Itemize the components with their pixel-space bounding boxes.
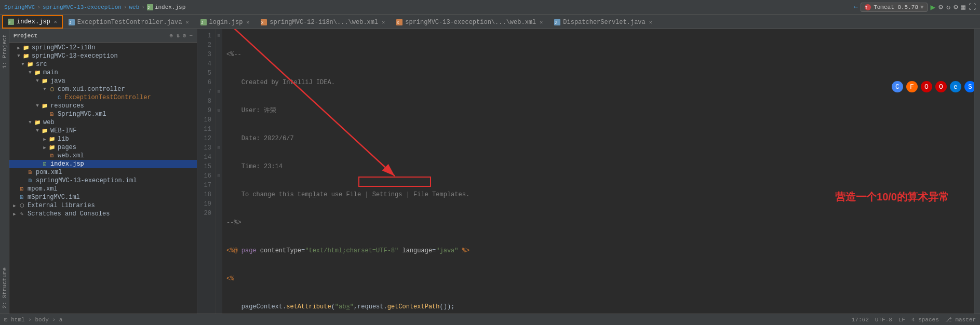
- tree-item-ext-lib[interactable]: ▶ ⬡ External Libraries: [9, 201, 197, 210]
- opera-icon[interactable]: O: [921, 81, 932, 92]
- more-icon[interactable]: ⚙: [954, 3, 958, 11]
- tab-dispatcher-icon: J: [554, 19, 560, 25]
- breadcrumb-project[interactable]: springMVC-13-exeception: [43, 4, 122, 10]
- path-label: ⊡ html › body › a: [4, 316, 62, 323]
- run-button[interactable]: ▶: [931, 2, 936, 12]
- iml-file-icon: 🗎: [26, 177, 34, 184]
- tab-bar: J index.jsp ✕ J ExceptionTestController.…: [0, 15, 980, 29]
- tree-item-pom1[interactable]: ▶ 🗎 pom.xml: [9, 168, 197, 177]
- sidebar-title: Project: [14, 33, 167, 39]
- right-scrollbar[interactable]: [974, 29, 980, 314]
- tab-exception-controller[interactable]: J ExceptionTestController.java ✕: [63, 15, 195, 29]
- close-tab-index[interactable]: ✕: [54, 19, 57, 25]
- tree-item-webxml[interactable]: ▶ 🗎 web.xml: [9, 152, 197, 160]
- git-branch: ⎇ master: [945, 316, 976, 323]
- tree-arrow: ▼: [20, 62, 26, 67]
- ie-icon[interactable]: e: [950, 81, 961, 92]
- xml-file-icon: 🗎: [48, 152, 56, 159]
- tree-item-src[interactable]: ▼ 📁 src: [9, 60, 197, 69]
- tree-arrow: ▼: [34, 78, 41, 84]
- tab-dispatcher[interactable]: J DispatcherServlet.java ✕: [548, 15, 657, 29]
- tree-label: springMVC-13-exeception: [32, 52, 118, 60]
- line-col: 17:62: [852, 317, 869, 323]
- tree-item-lib[interactable]: ▶ 📁 lib: [9, 135, 197, 143]
- line-separator: LF: [898, 317, 905, 323]
- xml-file-icon: 🗎: [26, 169, 34, 176]
- tab-spring12-xml[interactable]: X springMVC-12-i18n\...\web.xml ✕: [255, 15, 391, 29]
- tree-item-springmvc-xml[interactable]: ▶ 🗎 SpringMVC.xml: [9, 110, 197, 118]
- tree-item-web[interactable]: ▼ 📁 web: [9, 118, 197, 127]
- code-content[interactable]: <%-- Created by IntelliJ IDEA. User: 许荣 …: [222, 29, 980, 314]
- tree-item-pom2[interactable]: ▶ 🗎 m pom.xml: [9, 185, 197, 193]
- xml-file-icon: 🗎: [48, 111, 56, 118]
- tree-item-index-jsp[interactable]: ▶ 🗎 index.jsp: [9, 160, 197, 168]
- tree-label: Scratches and Consoles: [28, 210, 110, 218]
- iml-file-icon: 🗎: [18, 194, 26, 201]
- svg-text:J: J: [147, 6, 150, 10]
- tree-item-controller[interactable]: ▶ C ExceptionTestController: [9, 93, 197, 102]
- chrome-icon[interactable]: C: [892, 81, 903, 92]
- close-tab-login[interactable]: ✕: [246, 19, 249, 25]
- breadcrumb-file: J index.jsp: [147, 4, 185, 10]
- tree-label: web: [43, 119, 55, 126]
- tab-index-jsp[interactable]: J index.jsp ✕: [2, 15, 63, 29]
- breadcrumb-web[interactable]: web: [129, 4, 139, 10]
- tab-spring13-xml[interactable]: X springMVC-13-exeception\...\web.xml ✕: [391, 15, 548, 29]
- tree-label: resources: [50, 102, 84, 110]
- code-line-7: --%>: [226, 218, 976, 227]
- layout-icon[interactable]: ▦: [961, 3, 965, 11]
- tab-login-jsp[interactable]: J login.jsp ✕: [195, 15, 256, 29]
- close-tab-dispatcher[interactable]: ✕: [649, 19, 652, 25]
- side-panel-labels: 1: Project 2: Structure: [0, 29, 9, 314]
- tree-item-iml[interactable]: ▶ 🗎 springMVC-13-exeception.iml: [9, 177, 197, 185]
- tree-label: SpringMVC.xml: [58, 111, 106, 118]
- sidebar-icon-settings[interactable]: ⚙: [183, 32, 186, 39]
- browser-icons: C F O O e S: [892, 81, 976, 92]
- close-tab-spring13[interactable]: ✕: [540, 19, 543, 25]
- toolbar-right: ⟵ T Tomcat 8.5.78 ▼ ▶ ⚙ ↻ ⚙ ▦ ⛶: [854, 2, 976, 12]
- firefox-icon[interactable]: F: [906, 81, 918, 92]
- tree-item-main[interactable]: ▼ 📁 main: [9, 69, 197, 77]
- sidebar-icon-globe[interactable]: ⊕: [170, 32, 173, 39]
- update-icon[interactable]: ↻: [946, 3, 950, 11]
- tree-arrow: ▼: [42, 87, 48, 92]
- sidebar-icon-sort[interactable]: ⇅: [176, 32, 180, 39]
- line-numbers: 1 2 3 4 5 6 7 8 9 10 11 12 13 14 15 16 1…: [197, 29, 216, 314]
- tree-label: SpringMVC.iml: [31, 194, 80, 201]
- tree-item-java[interactable]: ▼ 📁 java: [9, 77, 197, 85]
- folder-icon: 📁: [33, 69, 42, 76]
- panel-structure[interactable]: 2: Structure: [0, 262, 9, 314]
- breadcrumb-springmvc[interactable]: SpringMVC: [4, 4, 35, 10]
- panel-project[interactable]: 1: Project: [0, 29, 9, 74]
- build-icon[interactable]: ⚙: [938, 3, 943, 11]
- tree-item-scratches[interactable]: ▶ ✎ Scratches and Consoles: [9, 210, 197, 218]
- close-tab-controller[interactable]: ✕: [185, 19, 189, 25]
- tree-arrow: ▼: [27, 70, 33, 75]
- code-line-1: <%--: [226, 50, 976, 59]
- tree-item-spring12[interactable]: ▶ 📁 springMVC-12-i18n: [9, 44, 197, 52]
- tree-arrow: ▼: [16, 53, 22, 59]
- tree-label: index.jsp: [50, 160, 84, 168]
- svg-text:J: J: [8, 20, 10, 24]
- tree-label: ExceptionTestController: [65, 94, 151, 101]
- tomcat-badge[interactable]: T Tomcat 8.5.78 ▼: [861, 3, 927, 12]
- code-line-8: <%@ page contentType="text/html;charset=…: [226, 246, 976, 255]
- expand-icon[interactable]: ⛶: [969, 3, 976, 11]
- tree-arrow: ▼: [34, 103, 41, 109]
- tree-item-pages[interactable]: ▶ 📁 pages: [9, 143, 197, 152]
- opera2-icon[interactable]: O: [935, 81, 947, 92]
- tree-item-resources[interactable]: ▼ 📁 resources: [9, 102, 197, 110]
- tree-label: com.xu1.controller: [58, 86, 125, 93]
- tree-item-package[interactable]: ▼ ⬡ com.xu1.controller: [9, 85, 197, 93]
- tree-item-springmvc-iml[interactable]: ▶ 🗎 m SpringMVC.iml: [9, 193, 197, 201]
- close-tab-spring12[interactable]: ✕: [382, 19, 385, 25]
- svg-text:J: J: [555, 21, 557, 25]
- file-tree: ▶ 📁 springMVC-12-i18n ▼ 📁 springMVC-13-e…: [9, 43, 197, 314]
- tree-item-webinf[interactable]: ▼ 📁 WEB-INF: [9, 127, 197, 135]
- sidebar-icon-minus[interactable]: −: [189, 33, 193, 39]
- code-line-3: User: 许荣: [226, 106, 976, 115]
- folder-icon: 📁: [48, 136, 56, 143]
- tree-item-spring13[interactable]: ▼ 📁 springMVC-13-exeception: [9, 52, 197, 60]
- sidebar-header: Project ⊕ ⇅ ⚙ −: [9, 29, 197, 43]
- code-area[interactable]: 1 2 3 4 5 6 7 8 9 10 11 12 13 14 15 16 1…: [197, 29, 980, 314]
